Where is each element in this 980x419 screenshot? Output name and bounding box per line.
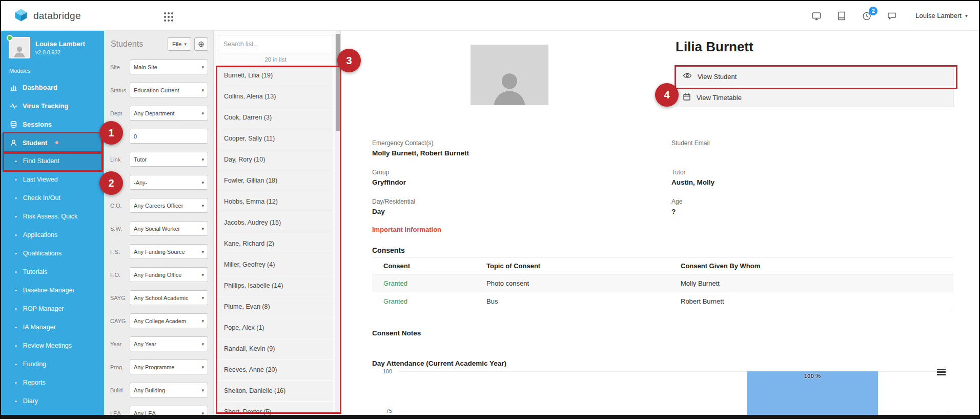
apps-grid-icon[interactable] — [164, 12, 173, 22]
sidebar-subitem-label: Baseline Manager — [23, 287, 75, 294]
sidebar-subitem[interactable]: • Applications — [1, 226, 104, 244]
student-list: Burnett, Lilia (19) Collins, Alena (13) … — [218, 65, 333, 418]
sidebar-subitem[interactable]: • Tutorials — [1, 263, 104, 281]
field-value: Day — [372, 208, 671, 216]
filter-select[interactable]: Any Programme ▾ — [130, 360, 208, 374]
student-list-item[interactable]: Jacobs, Audrey (15) — [218, 212, 333, 233]
sidebar-subitem[interactable]: • Risk Assess. Quick — [1, 207, 104, 226]
student-list-item[interactable]: Plume, Evan (8) — [218, 296, 333, 317]
caret-down-icon: ▾ — [201, 318, 204, 324]
history-clock-icon[interactable]: 2 — [861, 10, 872, 22]
filter-row: SAYG Any School Academic ▾ — [109, 290, 208, 305]
student-list-item[interactable]: Shelton, Danielle (16) — [218, 381, 333, 401]
view-student-label: View Student — [698, 73, 737, 81]
sidebar-subitem-label: Find Student — [23, 157, 59, 165]
caret-down-icon: ▾ — [201, 249, 204, 254]
sidebar-subitem-label: Tutorials — [23, 268, 47, 275]
filter-select[interactable]: 0 ▾ — [130, 129, 208, 144]
sidebar-subitem[interactable]: • Baseline Manager — [1, 281, 104, 300]
sidebar-subitem[interactable]: • Qualifications — [1, 244, 104, 263]
filter-label: Status — [109, 87, 130, 93]
sidebar-item-label: Student — [23, 139, 47, 147]
student-list-item[interactable]: Phillips, Isabelle (14) — [218, 275, 333, 296]
filter-select[interactable]: Tutor ▾ — [130, 152, 208, 167]
column-header-topic: Topic of Consent — [475, 262, 669, 270]
search-input[interactable] — [218, 35, 333, 53]
student-list-item[interactable]: Kane, Richard (2) — [218, 233, 333, 254]
user-menu[interactable]: Louise Lambert ▾ — [915, 12, 968, 19]
student-list-item[interactable]: Miller, Geofrey (4) — [218, 254, 333, 275]
sidebar-subitem[interactable]: • IA Manager — [1, 318, 104, 336]
y-axis-tick-75: 75 — [369, 408, 392, 414]
field-label: Age — [671, 198, 953, 205]
attendance-chart: 100 75 100 % — [341, 367, 976, 418]
sidebar-subitem[interactable]: • Check In/Out — [1, 189, 104, 207]
student-list-item[interactable]: Cooper, Sally (11) — [218, 128, 333, 149]
caret-down-icon: ▾ — [201, 226, 204, 231]
filter-select[interactable]: -Any- ▾ — [130, 175, 208, 190]
consent-status: Granted — [372, 280, 475, 287]
filter-select[interactable]: Any Year ▾ — [130, 336, 208, 351]
filter-select[interactable]: Any Department ▾ — [130, 106, 208, 121]
student-list-item[interactable]: Collins, Alena (13) — [218, 86, 333, 107]
student-list-item[interactable]: Reeves, Anne (20) — [218, 360, 333, 380]
sidebar-item-virus-tracking[interactable]: Virus Tracking — [1, 96, 104, 115]
chart-menu-icon[interactable] — [937, 369, 946, 376]
filter-select[interactable]: Education Current ▾ — [130, 83, 208, 97]
consent-given-by: Molly Burnett — [669, 280, 953, 287]
student-list-item[interactable]: Pope, Alex (1) — [218, 317, 333, 338]
sidebar-subitem[interactable]: • Reports — [1, 373, 104, 392]
display-icon[interactable] — [811, 10, 822, 22]
sidebar-item-sessions[interactable]: Sessions — [1, 115, 104, 133]
sidebar-subitem[interactable]: • Funding — [1, 355, 104, 373]
list-count: 20 in list — [218, 53, 333, 65]
filter-value: -Any- — [134, 179, 199, 186]
field-label: Group — [372, 169, 671, 176]
students-filter-panel: Students File ▾ ⊕ Site Main Site ▾ — [104, 31, 214, 418]
scrollbar-thumb[interactable] — [336, 34, 340, 131]
bar-value-label: 100 % — [747, 373, 878, 379]
filter-select[interactable]: Any Building ▾ — [130, 383, 208, 397]
consent-topic: Bus — [475, 297, 669, 305]
view-student-button[interactable]: View Student — [676, 67, 954, 86]
student-list-item[interactable]: Cook, Darren (3) — [218, 107, 333, 128]
student-list-item[interactable]: Randall, Kevin (9) — [218, 338, 333, 359]
filter-select[interactable]: Any Social Worker ▾ — [130, 221, 208, 236]
filter-select[interactable]: Any Careers Officer ▾ — [130, 198, 208, 213]
sidebar-user-block: Louise Lambert v2.0.0.932 — [35, 40, 85, 55]
sidebar-item-label: Sessions — [23, 121, 52, 128]
caret-down-icon: ▾ — [201, 180, 204, 185]
consent-row: Granted Photo consent Molly Burnett — [372, 274, 953, 292]
brand[interactable]: databridge — [1, 8, 81, 24]
student-list-item[interactable]: Fowler, Gillian (18) — [218, 170, 333, 191]
list-scrollbar[interactable] — [335, 31, 340, 418]
student-list-item[interactable]: Burnett, Lilia (19) — [218, 65, 333, 86]
file-menu-label: File — [172, 41, 182, 47]
filter-select[interactable]: Any Funding Source ▾ — [130, 244, 208, 259]
student-list-item[interactable]: Hobbs, Emma (12) — [218, 191, 333, 212]
filter-select[interactable]: Any College Academ ▾ — [130, 313, 208, 328]
modules-section-label: Modules — [1, 65, 104, 78]
sidebar-subitem[interactable]: • Find Student — [1, 152, 104, 170]
bullet-icon: • — [15, 306, 17, 312]
sidebar-item-student[interactable]: Student — [1, 133, 104, 152]
sidebar-item-dashboard[interactable]: Dashboard — [1, 78, 104, 96]
sidebar-subitem-label: Risk Assess. Quick — [23, 213, 77, 220]
sidebar-subitem[interactable]: • Last Viewed — [1, 170, 104, 189]
filter-select[interactable]: Main Site ▾ — [130, 59, 208, 74]
chat-icon[interactable] — [886, 10, 897, 22]
view-timetable-button[interactable]: View Timetable — [676, 88, 954, 107]
caret-down-icon: ▾ — [201, 88, 204, 93]
sidebar-subitem[interactable]: • Review Meetings — [1, 336, 104, 355]
sidebar-subitem[interactable]: • Diary — [1, 392, 104, 410]
add-student-button[interactable]: ⊕ — [194, 37, 208, 51]
avatar[interactable] — [9, 37, 30, 58]
file-menu-button[interactable]: File ▾ — [168, 37, 191, 51]
filter-label: SAYG — [109, 295, 130, 301]
filter-select[interactable]: Any Funding Office ▾ — [130, 267, 208, 282]
filter-label: CAYG — [109, 318, 130, 324]
manual-book-icon[interactable] — [836, 10, 847, 22]
sidebar-subitem[interactable]: • ROP Manager — [1, 300, 104, 318]
filter-select[interactable]: Any School Academic ▾ — [130, 290, 208, 305]
student-list-item[interactable]: Day, Rory (10) — [218, 149, 333, 170]
